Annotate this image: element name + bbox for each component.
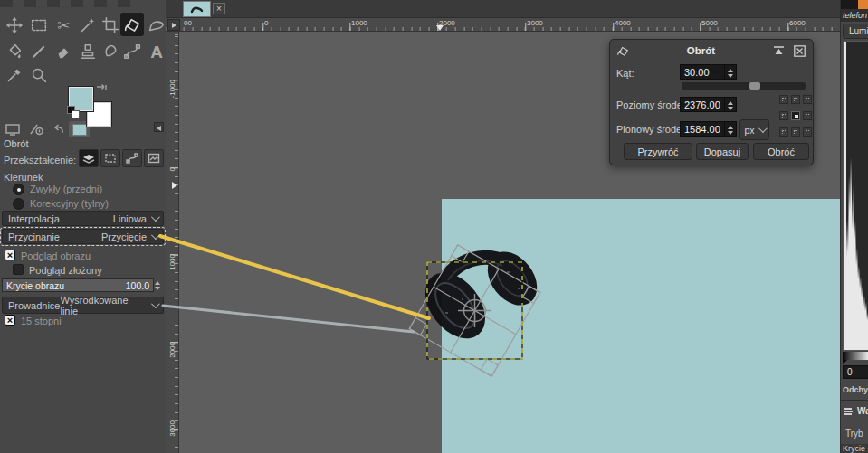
v-ruler-label: 1000 (168, 254, 177, 287)
image-preview-thumbnail[interactable] (841, 0, 868, 9)
center-x-input[interactable]: 2376.00 (680, 97, 725, 112)
unit-value: px (744, 125, 754, 136)
tool-fuzzy-select[interactable] (76, 14, 100, 37)
readjust-button[interactable]: Dopasuj (696, 143, 749, 160)
thumbnail-art (858, 0, 868, 9)
gradient-slider-marker[interactable] (843, 360, 847, 364)
tool-rotate[interactable] (120, 13, 144, 36)
histogram-low-input[interactable]: 0 (843, 365, 868, 379)
pivot-bottom-left[interactable] (779, 127, 788, 137)
radio-direction-normal[interactable] (13, 184, 24, 195)
center-y-input[interactable]: 1584.00 (680, 121, 725, 137)
image-canvas[interactable] (442, 199, 840, 453)
tool-paths[interactable] (120, 40, 144, 63)
center-x-spinner[interactable] (725, 97, 737, 112)
close-dialog-icon[interactable] (794, 45, 806, 57)
tool-scissors-select[interactable]: ✂ (52, 14, 75, 37)
layer-mode-label[interactable]: Tryb (845, 429, 863, 439)
swap-colors-icon[interactable] (94, 82, 109, 95)
guides-dropdown[interactable]: Prowadnice Wyśrodkowane linie (2, 297, 164, 314)
tool-paintbrush[interactable] (27, 40, 51, 63)
path-icon (126, 153, 138, 164)
pivot-bottom-right[interactable] (803, 127, 812, 137)
rotate-button[interactable]: Obróć (753, 143, 809, 160)
dockable-tab-bar (0, 120, 166, 137)
text-tool-icon: A (150, 43, 163, 61)
angle-slider[interactable] (682, 82, 806, 90)
panel-collapse-button[interactable] (154, 122, 164, 132)
toolbox-panel: ✂ A (0, 0, 166, 453)
tool-crop[interactable] (99, 14, 122, 37)
dialog-title-bar[interactable]: Obrót (610, 40, 813, 61)
detach-dialog-icon[interactable] (773, 45, 785, 56)
h-ruler-label: 0 (264, 19, 268, 27)
pivot-center[interactable] (791, 111, 800, 120)
angle-spinner[interactable] (725, 64, 737, 80)
preview-checkbox[interactable]: × (5, 250, 15, 260)
h-ruler-label: 3000 (527, 19, 543, 27)
pivot-top-right[interactable] (803, 95, 812, 104)
radio-direction-corrective[interactable] (13, 198, 24, 210)
chevron-down-icon (151, 212, 160, 222)
reset-button[interactable]: Przywróć (624, 143, 692, 160)
rotate-tool-icon (616, 44, 629, 57)
clipping-value: Przycięcie (101, 231, 147, 242)
tool-zoom[interactable] (27, 63, 51, 87)
tool-clone[interactable] (76, 40, 100, 63)
transform-target-path[interactable] (122, 149, 142, 167)
image-opacity-spinner[interactable] (155, 279, 160, 291)
pivot-bottom-center[interactable] (791, 127, 800, 137)
collapse-arrow-icon (157, 126, 161, 131)
transform-target-layer[interactable] (79, 149, 99, 167)
pivot-position-grid (779, 95, 812, 137)
tool-color-picker[interactable] (3, 63, 26, 87)
spin-down-icon (155, 287, 160, 290)
image-tab-thumbnail-icon (184, 2, 210, 16)
center-y-spinner[interactable] (725, 121, 737, 137)
pivot-middle-left[interactable] (779, 111, 788, 120)
angle-label: Kąt: (616, 68, 634, 79)
tab-pointer-info[interactable] (25, 121, 46, 137)
selection-icon (104, 153, 117, 164)
dialog-title: Obrót (629, 45, 773, 56)
tool-move[interactable] (3, 14, 26, 37)
histogram-panel[interactable] (843, 41, 868, 351)
pivot-top-center[interactable] (791, 95, 800, 104)
pivot-middle-right[interactable] (803, 111, 812, 120)
transform-target-image[interactable] (144, 149, 164, 167)
tab-undo-history[interactable] (47, 121, 68, 137)
image-tab[interactable] (183, 1, 211, 17)
guides-label: Prowadnice (8, 300, 60, 311)
image-opacity-label: Krycie obrazu (6, 280, 64, 291)
v-ruler-label: 2000 (168, 342, 177, 374)
v-ruler-label: -1000 (168, 80, 177, 112)
unit-dropdown[interactable]: px (739, 119, 769, 140)
tool-rectangle-select[interactable] (27, 14, 51, 37)
histogram-channel-dropdown[interactable]: Lumi (843, 24, 868, 39)
clipping-dropdown[interactable]: Przycinanie Przycięcie (2, 229, 164, 244)
tool-options-icon (5, 123, 20, 136)
angle-slider-handle[interactable] (749, 82, 760, 90)
tool-bucket-fill[interactable] (3, 40, 26, 63)
image-opacity-value: 100.0 (126, 280, 149, 291)
image-title-bar: telefon (841, 9, 868, 22)
gimp-window: ✂ A (0, 0, 868, 453)
ruler-corner-button[interactable] (167, 19, 180, 31)
transform-target-selection[interactable] (100, 149, 120, 167)
h-ruler-label: 6000 (789, 19, 806, 27)
check-icon: × (7, 316, 13, 326)
layer-opacity-label[interactable]: Krycie (841, 444, 868, 453)
tool-eraser[interactable] (52, 40, 75, 63)
angle-input[interactable]: 30.00 (680, 64, 725, 80)
tab-tool-options[interactable] (2, 121, 23, 137)
fifteen-degrees-checkbox[interactable]: × (5, 315, 15, 326)
composited-preview-checkbox[interactable] (13, 264, 24, 275)
interpolation-dropdown[interactable]: Interpolacja Liniowa (2, 211, 164, 226)
default-colors-icon-bg[interactable] (72, 110, 80, 118)
pivot-top-left[interactable] (779, 95, 788, 104)
tool-smudge[interactable] (99, 40, 122, 63)
tab-close-button[interactable]: × (213, 3, 225, 14)
image-icon (148, 153, 160, 164)
image-opacity-slider[interactable]: Krycie obrazu 100.0 (2, 278, 154, 292)
composited-preview-label: Podgląd złożony (29, 265, 102, 276)
